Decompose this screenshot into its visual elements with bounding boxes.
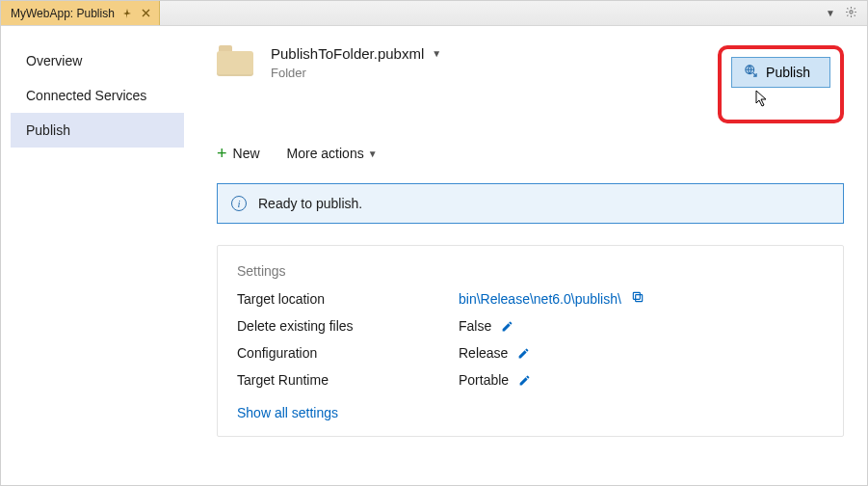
- tutorial-highlight: Publish: [718, 45, 844, 123]
- settings-heading: Settings: [237, 263, 824, 279]
- sidebar-item-label: Connected Services: [26, 88, 146, 103]
- sidebar-item-publish[interactable]: Publish: [11, 113, 184, 148]
- svg-rect-3: [633, 292, 640, 299]
- publish-button-label: Publish: [766, 65, 810, 80]
- cursor-pointer-icon: [754, 90, 854, 110]
- main-content: PublishToFolder.pubxml ▼ Folder Publish: [194, 26, 867, 485]
- document-tab-title: MyWebApp: Publish: [11, 7, 115, 20]
- setting-value: Portable: [459, 372, 509, 388]
- svg-rect-2: [636, 295, 643, 302]
- sidebar-item-label: Overview: [26, 53, 82, 68]
- setting-label: Delete existing files: [237, 318, 459, 334]
- profile-dropdown-caret-icon[interactable]: ▼: [432, 48, 441, 59]
- new-label: New: [233, 146, 260, 161]
- close-icon[interactable]: [141, 8, 151, 18]
- plus-icon: +: [217, 145, 227, 162]
- pin-icon[interactable]: [122, 8, 133, 18]
- svg-point-0: [850, 10, 853, 13]
- status-text: Ready to publish.: [258, 196, 362, 211]
- edit-icon[interactable]: [517, 347, 530, 360]
- setting-value: False: [459, 318, 491, 334]
- chevron-down-icon: ▼: [368, 148, 378, 159]
- setting-label: Configuration: [237, 345, 459, 361]
- gear-icon[interactable]: [845, 6, 857, 21]
- setting-label: Target location: [237, 291, 459, 307]
- publish-profile-type: Folder: [271, 66, 441, 80]
- sidebar-item-label: Publish: [26, 122, 70, 138]
- sidebar-item-connected-services[interactable]: Connected Services: [11, 78, 184, 113]
- title-bar: MyWebApp: Publish ▼: [1, 1, 867, 26]
- publish-button[interactable]: Publish: [731, 57, 830, 88]
- edit-icon[interactable]: [518, 374, 531, 387]
- setting-label: Target Runtime: [237, 372, 459, 388]
- info-icon: i: [231, 196, 247, 211]
- copy-icon[interactable]: [631, 290, 644, 307]
- settings-card: Settings Target location bin\Release\net…: [217, 245, 844, 437]
- more-actions-dropdown[interactable]: More actions ▼: [287, 146, 378, 161]
- sidebar: Overview Connected Services Publish: [1, 26, 194, 485]
- more-actions-label: More actions: [287, 146, 364, 161]
- folder-icon: [217, 45, 253, 76]
- edit-icon[interactable]: [501, 320, 513, 333]
- document-tab[interactable]: MyWebApp: Publish: [1, 1, 160, 25]
- new-profile-button[interactable]: + New: [217, 145, 260, 162]
- target-location-link[interactable]: bin\Release\net6.0\publish\: [459, 291, 621, 307]
- sidebar-item-overview[interactable]: Overview: [11, 43, 184, 78]
- status-banner: i Ready to publish.: [217, 183, 844, 224]
- publish-profile-name: PublishToFolder.pubxml: [271, 45, 424, 62]
- window-menu-caret-icon[interactable]: ▼: [826, 8, 835, 18]
- show-all-settings-link[interactable]: Show all settings: [237, 405, 824, 420]
- setting-value: Release: [459, 345, 508, 361]
- globe-publish-icon: [744, 64, 758, 81]
